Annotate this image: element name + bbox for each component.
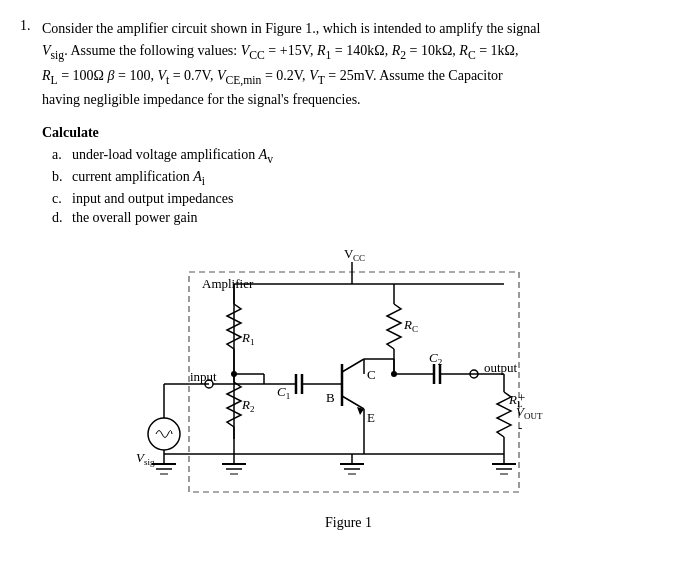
item-text-d: the overall power gain <box>72 210 198 226</box>
text-line3: RL = 100Ω β = 100, Vt = 0.7V, VCE,min = … <box>42 68 503 83</box>
svg-line-35 <box>342 396 364 409</box>
c1-label: C1 <box>277 384 290 401</box>
problem-container: 1. Consider the amplifier circuit shown … <box>20 18 655 531</box>
item-text-c: input and output impedances <box>72 191 233 207</box>
list-item: d. the overall power gain <box>52 210 655 226</box>
vout-plus: + <box>518 390 525 405</box>
output-label: output <box>484 360 518 375</box>
circuit-diagram: Amplifier V CC R1 R2 <box>134 244 564 509</box>
text-line4: having negligible impedance for the sign… <box>42 92 361 107</box>
item-label-c: c. <box>52 191 66 207</box>
vsig-source <box>148 418 180 450</box>
svg-text:CC: CC <box>353 253 365 263</box>
svg-point-40 <box>391 371 397 377</box>
svg-line-33 <box>342 359 364 372</box>
base-label: B <box>326 390 335 405</box>
item-text-a: under-load voltage amplification Av <box>72 147 273 166</box>
item-text-b: current amplification Ai <box>72 169 205 188</box>
sub-items-list: a. under-load voltage amplification Av b… <box>42 147 655 226</box>
vout-label: VOUT <box>516 404 543 421</box>
vsig-text: Vsig. Assume the following values: VCC =… <box>42 43 519 58</box>
vout-minus: - <box>518 420 522 435</box>
figure-area: Amplifier V CC R1 R2 <box>42 244 655 531</box>
rc-label: RC <box>403 317 418 334</box>
problem-number: 1. <box>20 18 36 531</box>
problem-text: Consider the amplifier circuit shown in … <box>42 18 655 111</box>
item-label-a: a. <box>52 147 66 166</box>
text-line1: Consider the amplifier circuit shown in … <box>42 21 540 36</box>
collector-label: C <box>367 367 376 382</box>
item-label-d: d. <box>52 210 66 226</box>
input-label: input <box>190 369 217 384</box>
problem-content: Consider the amplifier circuit shown in … <box>42 18 655 531</box>
list-item: b. current amplification Ai <box>52 169 655 188</box>
calculate-label: Calculate <box>42 125 655 141</box>
item-label-b: b. <box>52 169 66 188</box>
svg-rect-0 <box>189 272 519 492</box>
r2-label: R2 <box>241 397 254 414</box>
list-item: c. input and output impedances <box>52 191 655 207</box>
list-item: a. under-load voltage amplification Av <box>52 147 655 166</box>
r1-label: R1 <box>241 330 254 347</box>
figure-caption: Figure 1 <box>325 515 372 531</box>
svg-point-47 <box>231 371 237 377</box>
emitter-label: E <box>367 410 375 425</box>
calculate-section: Calculate a. under-load voltage amplific… <box>42 125 655 226</box>
